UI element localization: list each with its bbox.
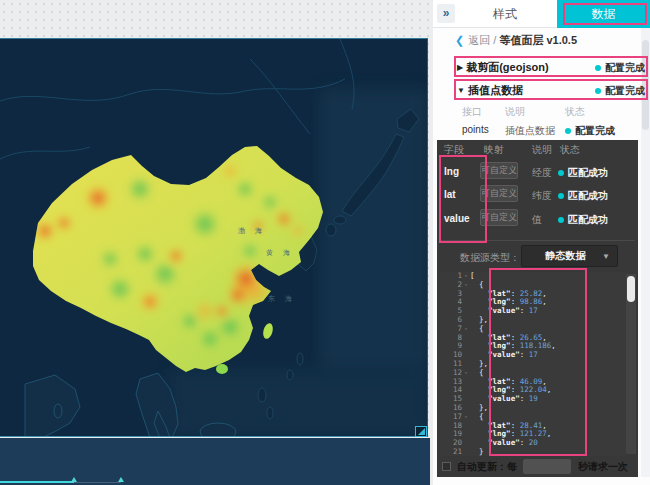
code-line: 5 "value": 17 [440,307,626,316]
interface-status: 配置完成 [565,124,615,138]
datasource-select[interactable]: 静态数据 ▼ [521,245,618,267]
status-dot-icon [558,193,564,199]
heatmap-svg [0,39,428,437]
col-desc: 说明 [505,105,525,119]
field-status-lat: 匹配成功 [558,189,608,203]
code-line: 20 "value": 20 [440,439,626,448]
field-status-value: 匹配成功 [558,213,608,227]
timeline-marker[interactable] [118,477,124,482]
back-arrow-icon[interactable]: ❮ [455,34,464,46]
divider [440,240,635,241]
col-field-desc: 说明 [532,143,552,157]
section-interp-points[interactable]: ▼ 插值点数据 配置完成 [457,82,645,99]
status-dot-icon [558,217,564,223]
status-text: 配置完成 [605,61,645,75]
datasource-type-label: 数据源类型： [460,251,520,265]
field-desc-lat: 纬度 [532,189,552,203]
interface-desc: 插值点数据 [505,124,555,138]
tab-data-label: 数据 [592,6,616,23]
section-clip-geojson[interactable]: ▶ 裁剪面(geojson) 配置完成 [457,59,645,76]
tab-data[interactable]: 数据 [557,0,650,28]
col-status: 状态 [565,105,585,119]
code-lines: 1-[2- {3 "lat": 25.82,4 "lng": 98.86,5 "… [440,272,626,456]
map-resize-handle-icon[interactable] [415,426,427,437]
auto-update-suffix: 秒请求一次 [578,460,628,474]
section-label: 插值点数据 [468,83,523,98]
section-label: 裁剪面(geojson) [466,60,549,75]
collapsed-arrow-icon: ▶ [457,63,463,72]
status-text: 配置完成 [605,84,645,98]
timeline-marker[interactable] [71,477,77,482]
status-dot-icon [558,170,564,176]
status-dot-icon [595,88,601,94]
code-line: 21 } [440,448,626,456]
code-line: 15 "value": 19 [440,395,626,404]
field-lat: lat [444,189,456,200]
auto-update-row: 自动更新：每 秒请求一次 [437,456,638,477]
timeline-strip [0,438,430,485]
layer-title: 等值面层 v1.0.5 [499,34,577,46]
collapse-panel-button[interactable]: » [437,4,455,23]
expanded-arrow-icon: ▼ [457,86,465,95]
mapping-button-lng[interactable]: 可自定义 [480,162,518,179]
code-line: 10 "value": 17 [440,351,626,360]
timeline-track[interactable] [74,482,121,483]
breadcrumb-separator: / [490,34,499,46]
timeline-progress[interactable] [0,481,74,483]
col-field-status: 状态 [560,143,580,157]
col-interface: 接口 [462,105,482,119]
auto-update-label: 自动更新：每 [457,460,517,474]
col-field: 字段 [444,143,464,157]
status-dot-icon [595,65,601,71]
field-lng: lng [444,166,459,177]
tab-style-label: 样式 [493,6,517,23]
status-dot-icon [565,128,571,134]
auto-update-checkbox[interactable] [442,462,451,471]
col-mapping: 映射 [484,143,504,157]
mapping-button-value[interactable]: 可自定义 [480,209,518,226]
field-value: value [444,213,470,224]
datasource-selected: 静态数据 [529,249,602,263]
interface-name: points [462,124,489,135]
static-data-code-editor[interactable]: 1-[2- {3 "lat": 25.82,4 "lng": 98.86,5 "… [440,272,626,456]
map-canvas[interactable]: 渤 海 黄 海 东 海 [0,38,428,437]
field-desc-lng: 经度 [532,166,552,180]
breadcrumb: ❮返回 / 等值面层 v1.0.5 [455,33,645,49]
panel-footer [433,477,650,485]
field-status-lng: 匹配成功 [558,166,608,180]
auto-update-interval-input[interactable] [523,459,571,474]
mapping-button-lat[interactable]: 可自定义 [480,185,518,202]
editor-scrollbar-thumb[interactable] [627,276,635,302]
tab-style[interactable]: 样式 [455,0,555,28]
back-link[interactable]: 返回 [468,34,490,46]
chevron-down-icon: ▼ [602,252,610,261]
field-desc-value: 值 [532,213,542,227]
